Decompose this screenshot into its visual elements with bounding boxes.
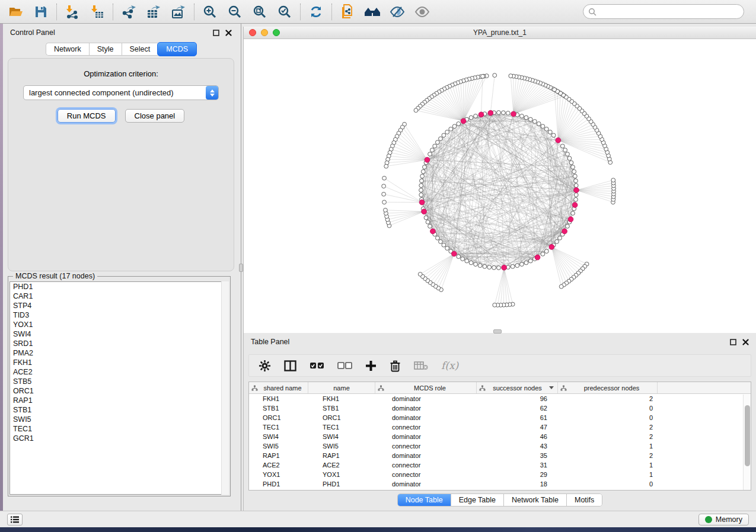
export-table-icon bbox=[146, 5, 161, 19]
mcds-result-item[interactable]: STB1 bbox=[10, 405, 228, 415]
column-type-icon bbox=[560, 385, 567, 391]
tab-select[interactable]: Select bbox=[122, 43, 158, 56]
zoom-selected-button[interactable] bbox=[272, 2, 297, 22]
tab-network-table[interactable]: Network Table bbox=[504, 494, 567, 506]
refresh-button[interactable] bbox=[304, 2, 328, 22]
search-field[interactable] bbox=[583, 4, 744, 19]
zoom-in-button[interactable] bbox=[197, 2, 222, 22]
run-mcds-button[interactable]: Run MCDS bbox=[58, 109, 116, 123]
tab-style[interactable]: Style bbox=[89, 43, 122, 56]
mcds-result-item[interactable]: STB5 bbox=[10, 377, 228, 386]
hide-selected-button[interactable] bbox=[385, 2, 410, 22]
zoom-fit-icon bbox=[253, 5, 267, 19]
column-header-mcds-role[interactable]: MCDS role bbox=[375, 382, 477, 393]
table-scrollbar-thumb[interactable] bbox=[745, 405, 750, 466]
memory-button[interactable]: Memory bbox=[698, 514, 749, 525]
main-toolbar bbox=[0, 0, 756, 24]
mcds-result-item[interactable]: PHD1 bbox=[10, 282, 228, 291]
mcds-result-item[interactable]: GCR1 bbox=[10, 434, 228, 443]
float-panel-icon[interactable] bbox=[213, 30, 219, 36]
zoom-fit-button[interactable] bbox=[247, 2, 272, 22]
export-image-button[interactable] bbox=[166, 2, 191, 22]
vertical-splitter[interactable] bbox=[239, 24, 243, 511]
table-row[interactable]: PHD1PHD1dominator180 bbox=[249, 479, 751, 489]
table-row[interactable]: YOX1YOX1connector291 bbox=[249, 470, 751, 479]
table-row[interactable]: TEC1TEC1connector472 bbox=[249, 422, 751, 432]
first-neighbors-button[interactable] bbox=[360, 2, 385, 22]
optimization-criterion-label: Optimization criterion: bbox=[8, 69, 234, 78]
table-row[interactable]: ORC1ORC1dominator610 bbox=[249, 413, 751, 422]
show-columns-icon[interactable] bbox=[284, 360, 296, 371]
table-row[interactable]: STB1STB1dominator620 bbox=[249, 403, 751, 413]
mcds-result-item[interactable]: YOX1 bbox=[10, 320, 228, 329]
mcds-result-item[interactable]: SWI5 bbox=[10, 415, 228, 424]
save-session-button[interactable] bbox=[28, 2, 53, 22]
vertical-splitter-handle[interactable] bbox=[239, 264, 243, 272]
column-header-successor-nodes[interactable]: successor nodes bbox=[477, 382, 558, 393]
import-network-button[interactable] bbox=[60, 2, 85, 22]
open-session-button[interactable] bbox=[4, 2, 28, 22]
tab-motifs[interactable]: Motifs bbox=[567, 494, 602, 506]
mcds-result-item[interactable]: FKH1 bbox=[10, 358, 228, 367]
column-type-icon bbox=[479, 385, 486, 391]
table-row[interactable]: SWI4SWI4dominator462 bbox=[249, 432, 751, 441]
show-all-button[interactable] bbox=[410, 2, 435, 22]
tab-mcds[interactable]: MCDS bbox=[157, 42, 197, 56]
mcds-result-item[interactable]: TEC1 bbox=[10, 424, 228, 434]
mcds-result-item[interactable]: STP4 bbox=[10, 301, 228, 310]
delete-table-icon bbox=[414, 361, 428, 370]
mcds-result-item[interactable]: SRD1 bbox=[10, 339, 228, 348]
table-row[interactable]: ACE2ACE2connector311 bbox=[249, 460, 751, 470]
mcds-result-item[interactable]: TID3 bbox=[10, 310, 228, 320]
tab-edge-table[interactable]: Edge Table bbox=[451, 494, 504, 506]
delete-column-trash-icon[interactable] bbox=[390, 360, 401, 372]
table-settings-gear-icon[interactable] bbox=[259, 360, 271, 372]
export-network-button[interactable] bbox=[116, 2, 141, 22]
toolbar-separator bbox=[331, 4, 332, 20]
search-icon bbox=[588, 8, 596, 16]
mcds-result-item[interactable]: ACE2 bbox=[10, 367, 228, 377]
unselect-all-columns-icon[interactable] bbox=[337, 362, 352, 370]
mcds-result-list[interactable]: PHD1CAR1STP4TID3YOX1SWI4SRD1PMA2FKH1ACE2… bbox=[9, 281, 229, 495]
mcds-result-title: MCDS result (17 nodes) bbox=[13, 272, 97, 280]
chevron-down-icon[interactable] bbox=[549, 386, 554, 389]
toolbar-separator bbox=[300, 4, 301, 20]
network-canvas[interactable] bbox=[244, 39, 756, 332]
horizontal-splitter-handle[interactable] bbox=[493, 329, 502, 334]
mcds-result-item[interactable]: CAR1 bbox=[10, 291, 228, 301]
mcds-result-item[interactable]: PMA2 bbox=[10, 348, 228, 358]
column-header-predecessor-nodes[interactable]: predecessor nodes bbox=[558, 382, 658, 393]
select-all-columns-icon[interactable] bbox=[310, 362, 324, 370]
export-table-button[interactable] bbox=[141, 2, 166, 22]
create-column-plus-icon[interactable] bbox=[365, 360, 377, 371]
tab-network[interactable]: Network bbox=[46, 43, 89, 56]
search-input[interactable] bbox=[599, 8, 739, 16]
new-network-from-selection-button[interactable] bbox=[335, 2, 360, 22]
desktop-wallpaper-bottom bbox=[0, 527, 756, 532]
column-header-shared-name[interactable]: shared name bbox=[249, 382, 308, 393]
select-stepper-icon bbox=[206, 86, 218, 100]
table-row[interactable]: FKH1FKH1dominator962 bbox=[249, 394, 751, 403]
close-panel-button[interactable]: Close panel bbox=[125, 109, 185, 123]
column-header-name[interactable]: name bbox=[308, 382, 375, 393]
optimization-criterion-select[interactable]: largest connected component (undirected) bbox=[23, 85, 219, 100]
table-row[interactable]: SWI5SWI5connector431 bbox=[249, 441, 751, 451]
import-table-button[interactable] bbox=[85, 2, 110, 22]
float-table-panel-icon[interactable] bbox=[730, 339, 736, 345]
close-table-panel-icon[interactable] bbox=[742, 339, 749, 345]
close-panel-icon[interactable] bbox=[225, 30, 232, 36]
zoom-out-button[interactable] bbox=[222, 2, 247, 22]
mcds-result-item[interactable]: RAP1 bbox=[10, 396, 228, 405]
mcds-result-item[interactable]: SWI4 bbox=[10, 329, 228, 339]
task-history-button[interactable] bbox=[7, 514, 23, 525]
tab-node-table[interactable]: Node Table bbox=[398, 494, 451, 506]
table-row[interactable]: RAP1RAP1dominator352 bbox=[249, 451, 751, 460]
mcds-result-item[interactable]: ORC1 bbox=[10, 386, 228, 396]
list-icon bbox=[11, 516, 19, 523]
network-window-titlebar[interactable]: YPA_prune.txt_1 bbox=[244, 27, 756, 39]
node-table-header: shared name name MCDS role successor nod… bbox=[249, 382, 751, 394]
table-vertical-scrollbar[interactable] bbox=[743, 395, 751, 490]
mcds-result-scrollbar[interactable] bbox=[221, 281, 229, 495]
function-builder-fx-icon: f(x) bbox=[441, 360, 458, 371]
table-panel: Table Panel bbox=[243, 333, 756, 511]
